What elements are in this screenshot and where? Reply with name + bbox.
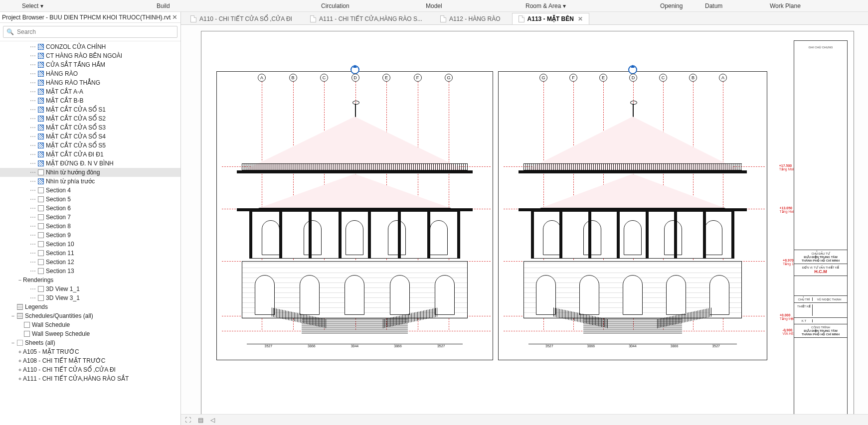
tree-item[interactable]: ⋯Section 9 <box>0 231 180 240</box>
tree-item[interactable]: ⋯HÀNG RÀO THẲNG <box>0 78 180 87</box>
ribbon-item-room-area-[interactable]: Room & Area ▾ <box>519 2 573 9</box>
panel-close-icon[interactable]: ✕ <box>172 13 177 21</box>
grid-bubble: F <box>414 74 422 82</box>
tree-item[interactable]: ⋯Section 5 <box>0 195 180 204</box>
ribbon-item-select-[interactable]: Select ▾ <box>11 2 50 9</box>
tree-item[interactable]: ⋯MẶT CẮT CỬA ĐI Đ1 <box>0 150 180 159</box>
tree-item-label: 3D View 3_1 <box>46 294 80 301</box>
blue-view-icon <box>38 178 44 184</box>
tree-item[interactable]: ⋯CỬA SẮT TẦNG HẦM <box>0 60 180 69</box>
drawing-canvas[interactable]: ABCDEFG +17.500Tầng Mái+13.050Tầng Hai+6… <box>181 25 868 414</box>
ribbon-item-build[interactable]: Build <box>150 2 177 9</box>
tree-item[interactable]: ⋯Section 13 <box>0 267 180 276</box>
tree-item[interactable]: ⋯MẶT CẮT CỬA SỔ S3 <box>0 123 180 132</box>
tree-item-label: CT HÀNG RÀO BÊN NGOÀI <box>46 52 122 59</box>
dimension-value: 3866 <box>671 344 679 350</box>
view-control-bar[interactable]: ⛶ ▤ ◁ <box>181 414 868 425</box>
plain-view-icon <box>38 241 44 247</box>
level-label: +13.050Tầng Hai <box>779 206 794 214</box>
document-tab-label: A110 - CHI TIẾT CỬA SỔ ,CỬA ĐI <box>199 15 292 22</box>
ribbon-item-model[interactable]: Model <box>419 2 449 9</box>
dimension-value: 3044 <box>351 344 359 350</box>
hatched-view-icon <box>17 304 23 310</box>
blue-view-icon <box>38 116 44 122</box>
hatched-view-icon <box>17 313 23 319</box>
tree-item[interactable]: Wall Schedule <box>0 320 180 329</box>
sheet-paper: ABCDEFG +17.500Tầng Mái+13.050Tầng Hai+6… <box>201 31 854 414</box>
elevation-view-left: ABCDEFG +17.500Tầng Mái+13.050Tầng Hai+6… <box>216 71 493 360</box>
tree-item-label: Nhìn từ hướng đông <box>46 169 100 176</box>
scale-icon[interactable]: ⛶ <box>185 417 191 424</box>
tree-item[interactable]: ⋯3D View 1_1 <box>0 284 180 293</box>
tree-item-label: Sheets (all) <box>25 339 55 346</box>
tree-item[interactable]: −Schedules/Quantities (all) <box>0 311 180 320</box>
tree-item[interactable]: ⋯CONZOL CỬA CHÍNH <box>0 42 180 51</box>
tree-item[interactable]: ⋯Section 10 <box>0 240 180 249</box>
tree-item[interactable]: ⋯MẶT CẮT CỬA SỔ S2 <box>0 114 180 123</box>
blue-view-icon <box>38 71 44 77</box>
tree-item-label: CONZOL CỬA CHÍNH <box>46 43 106 50</box>
tree-item[interactable]: ⋯MẶT CẮT CỬA SỔ S5 <box>0 141 180 150</box>
tree-item[interactable]: ⋯Section 11 <box>0 249 180 258</box>
tree-item-label: CỬA SẮT TẦNG HẦM <box>46 61 105 68</box>
tree-item[interactable]: +A110 - CHI TIẾT CỬA SỔ ,CỬA ĐI <box>0 365 180 374</box>
level-label: +17.500Tầng Mái <box>779 164 794 171</box>
ribbon-item-work-plane[interactable]: Work Plane <box>763 2 808 9</box>
tree-item[interactable]: ⋯Section 8 <box>0 222 180 231</box>
tree-item[interactable]: −Renderings <box>0 276 180 284</box>
tree-item-label: Section 10 <box>46 241 74 248</box>
tree-item[interactable]: ⋯MẶT CẮT A-A <box>0 87 180 96</box>
tree-item-label: A110 - CHI TIẾT CỬA SỔ ,CỬA ĐI <box>23 366 116 373</box>
search-input[interactable]: 🔍 Search <box>3 26 177 38</box>
tree-item[interactable]: ⋯MẶT ĐỨNG Đ. N V BÌNH <box>0 159 180 168</box>
document-tab[interactable]: A110 - CHI TIẾT CỬA SỔ ,CỬA ĐI <box>184 13 299 24</box>
tree-item[interactable]: ⋯MẶT CẮT CỬA SỔ S4 <box>0 132 180 141</box>
ribbon-item-circulation[interactable]: Circulation <box>314 2 356 9</box>
entry-stairs <box>302 318 408 333</box>
blue-view-icon <box>38 53 44 59</box>
tree-item[interactable]: Wall Sweep Schedule <box>0 329 180 338</box>
dimension-value: 3044 <box>629 344 637 350</box>
tree-item[interactable]: +A105 - MẶT TRƯỚC <box>0 347 180 356</box>
nav-left-icon[interactable]: ◁ <box>210 417 215 424</box>
tree-item[interactable]: ⋯Section 6 <box>0 204 180 213</box>
tree-item[interactable]: ⋯Section 7 <box>0 213 180 222</box>
upper-floor <box>531 211 734 259</box>
tree-item-label: Renderings <box>23 277 53 283</box>
dimension-value: 3866 <box>587 344 595 350</box>
tree-item[interactable]: +A111 - CHI TIẾT CỬA,HÀNG RÀO SẮT <box>0 374 180 383</box>
document-tab[interactable]: A112 - HÀNG RÀO <box>434 13 507 24</box>
close-tab-icon[interactable]: ✕ <box>578 15 583 22</box>
tree-item[interactable]: ⋯Nhìn từ phía trước <box>0 177 180 186</box>
tree-item[interactable]: ⋯MẶT CẮT CỬA SỔ S1 <box>0 105 180 114</box>
tree-item-label: Wall Sweep Schedule <box>32 330 90 337</box>
tree-item-label: A108 - CHI TIẾT MẶT TRƯỚC <box>23 357 105 364</box>
tree-item[interactable]: Legends <box>0 302 180 311</box>
tree-item[interactable]: ⋯Section 4 <box>0 186 180 195</box>
project-browser-tree[interactable]: ⋯CONZOL CỬA CHÍNH⋯CT HÀNG RÀO BÊN NGOÀI⋯… <box>0 41 180 425</box>
document-tab-label: A111 - CHI TIẾT CỬA,HÀNG RÀO S... <box>319 15 422 22</box>
blue-view-icon <box>38 107 44 113</box>
tree-item-label: Legends <box>25 303 48 310</box>
tree-item-label: Schedules/Quantities (all) <box>25 312 93 319</box>
tree-item[interactable]: ⋯Nhìn từ hướng đông <box>0 168 180 177</box>
document-tab-label: A113 - MẶT BÊN <box>527 15 574 22</box>
tree-item[interactable]: ⋯Section 12 <box>0 258 180 267</box>
detail-level-icon[interactable]: ▤ <box>198 417 203 424</box>
tree-item[interactable]: +A108 - CHI TIẾT MẶT TRƯỚC <box>0 356 180 365</box>
tree-item-label: Nhìn từ phía trước <box>46 178 95 185</box>
ribbon-item-opening[interactable]: Opening <box>653 2 690 9</box>
ribbon-item-datum[interactable]: Datum <box>698 2 729 9</box>
project-browser-header: Project Browser - BUU DIEN TPHCM KHOI TR… <box>0 12 180 23</box>
tree-item[interactable]: ⋯3D View 3_1 <box>0 293 180 302</box>
document-tab[interactable]: A111 - CHI TIẾT CỬA,HÀNG RÀO S... <box>304 13 429 24</box>
tree-item[interactable]: ⋯CT HÀNG RÀO BÊN NGOÀI <box>0 51 180 60</box>
tree-item[interactable]: ⋯HÀNG RÀO <box>0 69 180 78</box>
document-tab[interactable]: A113 - MẶT BÊN✕ <box>512 13 589 24</box>
tree-item-label: Wall Schedule <box>32 321 70 328</box>
tree-item-label: MẶT CẮT CỬA SỔ S5 <box>46 142 106 149</box>
tree-item-label: MẶT CẮT CỬA SỔ S1 <box>46 106 106 113</box>
tree-item[interactable]: −Sheets (all) <box>0 338 180 347</box>
tree-item[interactable]: ⋯MẶT CẮT B-B <box>0 96 180 105</box>
upper-floor <box>249 211 460 259</box>
